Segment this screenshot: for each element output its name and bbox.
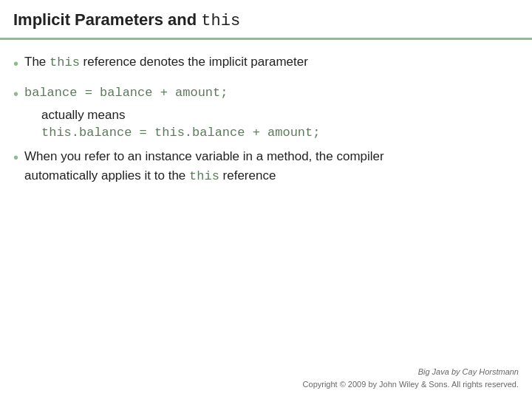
bullet-dot-3: • [13, 147, 18, 168]
slide-content: • The this reference denotes the implici… [0, 40, 532, 202]
bullet-text-3: When you refer to an instance variable i… [24, 147, 519, 185]
slide-title: Implicit Parameters and this [13, 10, 240, 29]
this-balance-code: this.balance = this.balance + amount; [41, 126, 519, 140]
footer-line1: Big Java by Cay Horstmann [303, 366, 519, 378]
indented-block: actually means this.balance = this.balan… [41, 108, 519, 140]
bullet2-code: balance = balance + amount; [24, 86, 228, 100]
bullet1-code: this [50, 55, 80, 69]
bullet-dot-1: • [13, 53, 18, 75]
bullet3-text1: When you refer to an instance variable i… [24, 149, 384, 163]
bullet3-text2: automatically applies it to the [24, 168, 189, 183]
slide: Implicit Parameters and this • The this … [0, 0, 532, 399]
bullet1-text-after: reference denotes the implicit parameter [80, 55, 308, 69]
slide-header: Implicit Parameters and this [0, 0, 532, 40]
bullet-item-2: • balance = balance + amount; [13, 83, 519, 105]
bullet-text-1: The this reference denotes the implicit … [24, 53, 519, 72]
footer-line2: Copyright © 2009 by John Wiley & Sons. A… [303, 378, 519, 391]
bullet-item-1: • The this reference denotes the implici… [13, 53, 519, 75]
title-text-plain: Implicit Parameters and [13, 10, 201, 29]
bullet3-code: this [189, 169, 219, 183]
title-code: this [201, 12, 240, 30]
bullet-item-3: • When you refer to an instance variable… [13, 147, 519, 185]
bullet1-text-before: The [24, 55, 50, 69]
footer: Big Java by Cay Horstmann Copyright © 20… [303, 366, 519, 390]
bullet3-text3: reference [219, 168, 276, 183]
bullet-dot-2: • [13, 83, 18, 105]
bullet-text-2: balance = balance + amount; [24, 83, 519, 103]
actually-means-text: actually means [41, 108, 519, 123]
